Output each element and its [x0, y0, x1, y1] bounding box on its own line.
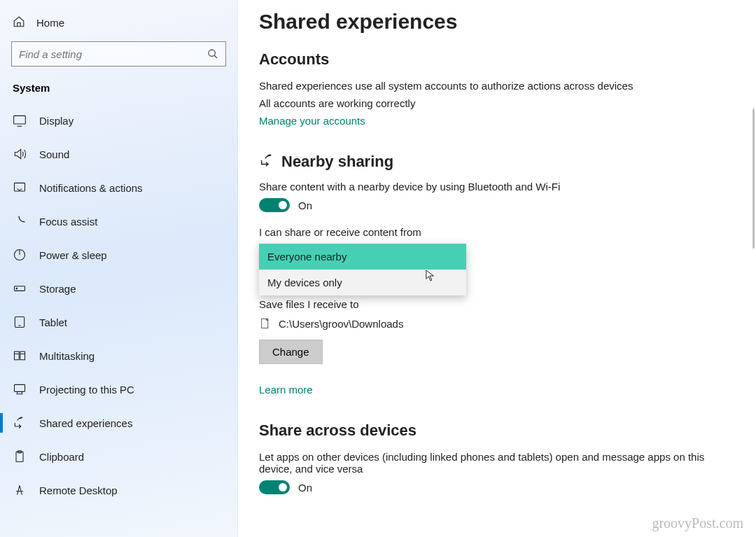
sidebar-item-power-sleep[interactable]: Power & sleep: [11, 238, 226, 272]
sidebar-item-clipboard[interactable]: Clipboard: [11, 440, 226, 473]
sidebar-item-label: Multitasking: [39, 350, 94, 362]
sidebar: Home System Display Sound Notifications …: [0, 0, 238, 537]
projecting-icon: [13, 382, 27, 396]
sidebar-item-label: Power & sleep: [39, 249, 107, 261]
home-icon: [13, 15, 25, 30]
clipboard-icon: [13, 449, 27, 463]
section-label: System: [11, 82, 226, 104]
save-files-label: Save files I receive to: [259, 298, 735, 310]
nearby-desc: Share content with a nearby device by us…: [259, 181, 707, 193]
watermark: groovyPost.com: [652, 515, 743, 531]
sidebar-item-label: Projecting to this PC: [39, 384, 134, 396]
toggle-label: On: [298, 200, 312, 211]
search-input[interactable]: [19, 48, 207, 60]
sidebar-item-label: Clipboard: [39, 451, 84, 463]
svg-rect-2: [15, 183, 25, 191]
sidebar-item-label: Remote Desktop: [39, 484, 118, 496]
sidebar-item-notifications[interactable]: Notifications & actions: [11, 171, 226, 204]
cursor-icon: [426, 270, 435, 282]
share-across-toggle[interactable]: [259, 480, 290, 494]
display-icon: [13, 113, 27, 127]
save-path: C:\Users\groov\Downloads: [279, 318, 403, 330]
learn-more-link[interactable]: Learn more: [259, 384, 313, 396]
folder-icon: [259, 316, 272, 331]
share-from-dropdown[interactable]: Everyone nearby My devices only: [259, 244, 466, 295]
sidebar-item-label: Focus assist: [39, 216, 97, 228]
home-label: Home: [36, 17, 64, 29]
sidebar-item-remote-desktop[interactable]: Remote Desktop: [11, 473, 226, 507]
sidebar-item-projecting[interactable]: Projecting to this PC: [11, 372, 226, 406]
sidebar-item-label: Notifications & actions: [39, 182, 143, 194]
share-across-title: Share across devices: [259, 421, 735, 440]
accounts-desc: Shared experiences use all system accoun…: [259, 80, 707, 92]
toggle-label: On: [298, 482, 312, 494]
scrollbar[interactable]: [752, 0, 755, 537]
svg-point-0: [209, 50, 215, 56]
notifications-icon: [13, 181, 27, 195]
home-button[interactable]: Home: [11, 13, 226, 41]
svg-rect-7: [15, 351, 20, 360]
svg-rect-9: [15, 384, 25, 391]
nearby-title: Nearby sharing: [281, 153, 393, 171]
change-button[interactable]: Change: [259, 340, 323, 364]
sound-icon: [13, 147, 27, 161]
sidebar-item-label: Tablet: [39, 316, 67, 328]
accounts-title: Accounts: [259, 50, 735, 69]
tablet-icon: [13, 315, 27, 329]
sidebar-item-multitasking[interactable]: Multitasking: [11, 339, 226, 372]
sidebar-item-label: Shared experiences: [39, 417, 132, 429]
nearby-sharing-toggle[interactable]: [259, 198, 290, 212]
page-title: Shared experiences: [259, 10, 735, 34]
sidebar-item-label: Sound: [39, 148, 69, 160]
sidebar-item-shared-experiences[interactable]: Shared experiences: [11, 406, 226, 440]
remote-desktop-icon: [13, 483, 27, 497]
share-from-label: I can share or receive content from: [259, 226, 735, 238]
focus-assist-icon: [13, 214, 27, 228]
sidebar-item-label: Display: [39, 115, 74, 127]
svg-point-5: [16, 288, 18, 289]
power-icon: [13, 248, 27, 262]
svg-rect-8: [20, 351, 25, 360]
sidebar-item-label: Storage: [39, 283, 76, 295]
save-path-row: C:\Users\groov\Downloads: [259, 316, 735, 331]
shared-experiences-icon: [13, 416, 27, 430]
main-content: Shared experiences Accounts Shared exper…: [238, 0, 756, 537]
sidebar-item-storage[interactable]: Storage: [11, 272, 226, 305]
search-icon: [207, 48, 218, 60]
multitasking-icon: [13, 349, 27, 363]
search-input-container[interactable]: [11, 41, 226, 67]
manage-accounts-link[interactable]: Manage your accounts: [259, 115, 365, 127]
svg-rect-1: [14, 116, 26, 124]
sidebar-item-tablet[interactable]: Tablet: [11, 305, 226, 339]
storage-icon: [13, 281, 27, 295]
share-across-desc: Let apps on other devices (including lin…: [259, 451, 707, 475]
sidebar-item-display[interactable]: Display: [11, 104, 226, 137]
sidebar-item-sound[interactable]: Sound: [11, 137, 226, 171]
accounts-status: All accounts are working correctly: [259, 97, 707, 109]
dropdown-option-everyone[interactable]: Everyone nearby: [259, 244, 466, 270]
nearby-sharing-icon: [259, 153, 274, 171]
sidebar-item-focus-assist[interactable]: Focus assist: [11, 204, 226, 238]
